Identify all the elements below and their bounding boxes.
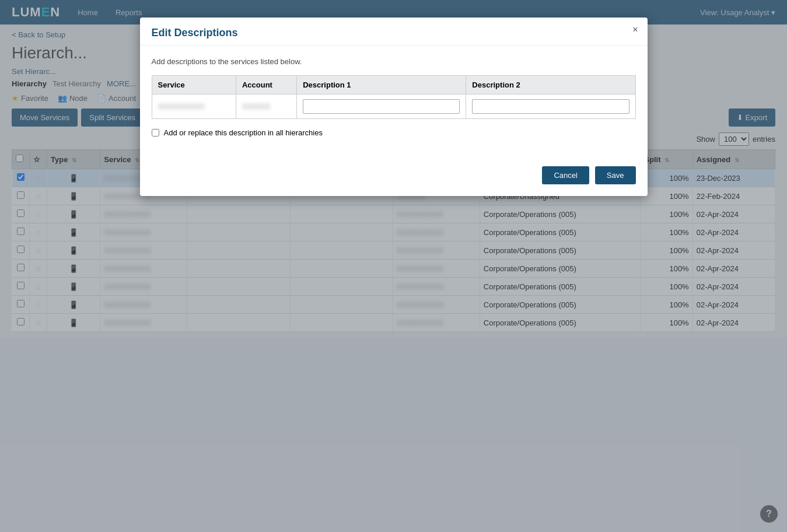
modal-subtitle: Add descriptions to the services listed … xyxy=(152,57,636,66)
save-button[interactable]: Save xyxy=(595,166,636,184)
modal-table: Service Account Description 1 Descriptio… xyxy=(152,75,636,119)
all-hierarchies-label: Add or replace this description in all h… xyxy=(164,128,323,137)
description2-input[interactable] xyxy=(472,99,629,114)
modal-title: Edit Descriptions xyxy=(152,27,636,39)
page-background: LUMEN Home Reports View: Usage Analyst ▾… xyxy=(0,0,787,532)
modal-col-desc2: Description 2 xyxy=(466,76,635,94)
modal-desc2-cell xyxy=(466,94,635,119)
service-blurred: XXXXXXXXXX xyxy=(158,103,205,111)
modal-footer: Cancel Save xyxy=(140,160,648,196)
cancel-button[interactable]: Cancel xyxy=(542,166,589,184)
account-blurred: XXXXXX xyxy=(242,103,270,111)
modal-body: Add descriptions to the services listed … xyxy=(140,46,648,160)
description1-input[interactable] xyxy=(303,99,460,114)
modal-col-account: Account xyxy=(236,76,296,94)
modal-overlay: Edit Descriptions × Add descriptions to … xyxy=(0,0,787,532)
modal-header: Edit Descriptions × xyxy=(140,18,648,46)
all-hierarchies-checkbox[interactable] xyxy=(152,129,159,136)
edit-descriptions-modal: Edit Descriptions × Add descriptions to … xyxy=(140,18,648,196)
modal-desc1-cell xyxy=(297,94,466,119)
modal-close-button[interactable]: × xyxy=(632,24,638,35)
modal-col-desc1: Description 1 xyxy=(297,76,466,94)
modal-col-service: Service xyxy=(152,76,236,94)
modal-service-value: XXXXXXXXXX xyxy=(152,94,236,119)
modal-account-value: XXXXXX xyxy=(236,94,296,119)
modal-table-row: XXXXXXXXXX XXXXXX xyxy=(152,94,635,119)
all-hierarchies-row: Add or replace this description in all h… xyxy=(152,128,636,137)
